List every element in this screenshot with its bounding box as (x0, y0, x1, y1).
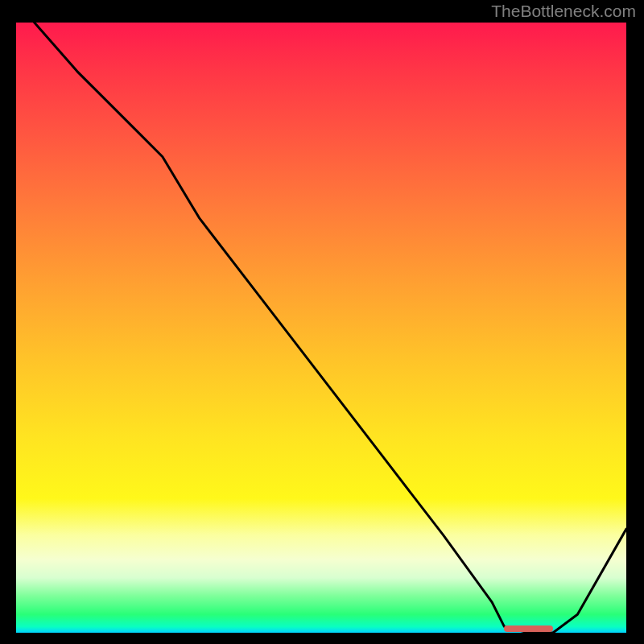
attribution-text: TheBottleneck.com (491, 2, 636, 21)
chart-line-overlay (16, 23, 626, 633)
optimal-range-marker (504, 625, 553, 632)
bottleneck-curve-line (16, 23, 626, 633)
